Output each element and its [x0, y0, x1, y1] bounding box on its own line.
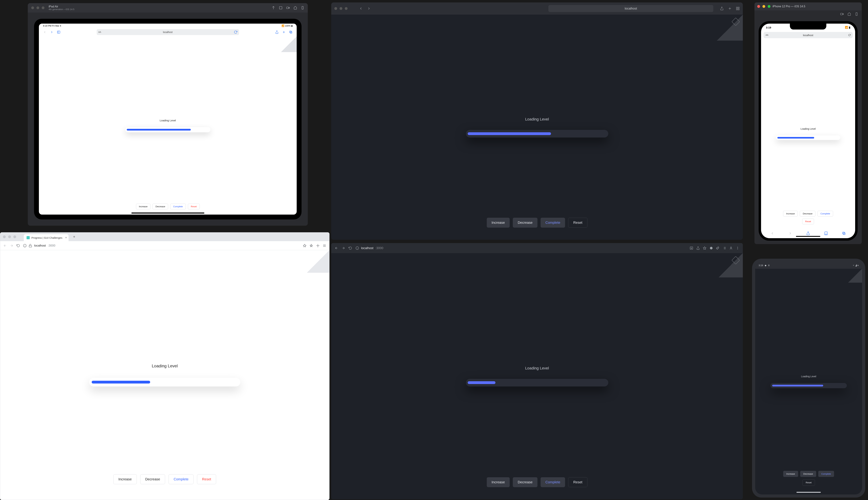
- close-traffic-light[interactable]: [3, 236, 6, 238]
- zoom-traffic-light[interactable]: [13, 236, 16, 238]
- complete-button[interactable]: Complete: [169, 474, 194, 484]
- iphone-notch: [790, 24, 826, 30]
- pin-icon[interactable]: [272, 6, 275, 10]
- ipad-screen: 8:19 PM Fri Mar 4 📶 100% ▮ AA localhost: [39, 24, 297, 215]
- bookmark-icon[interactable]: [703, 246, 706, 250]
- new-tab-button[interactable]: +: [72, 234, 77, 239]
- complete-button[interactable]: Complete: [540, 218, 565, 228]
- increase-button[interactable]: Increase: [136, 204, 150, 209]
- increase-button[interactable]: Increase: [113, 474, 137, 484]
- chrome-address-bar[interactable]: localhost:3000: [23, 242, 300, 249]
- reset-button[interactable]: Reset: [568, 477, 587, 487]
- decrease-button[interactable]: Decrease: [800, 211, 815, 216]
- install-app-icon[interactable]: [690, 246, 693, 250]
- home-indicator[interactable]: [132, 213, 204, 214]
- forward-icon[interactable]: [367, 7, 371, 10]
- reader-icon[interactable]: AA: [99, 31, 101, 33]
- tab-favicon: [26, 236, 30, 239]
- close-traffic-light[interactable]: [334, 7, 337, 10]
- minimize-traffic-light[interactable]: [340, 7, 342, 10]
- profile-icon[interactable]: [729, 246, 733, 250]
- reset-button[interactable]: Reset: [188, 204, 199, 209]
- back-icon[interactable]: [3, 244, 7, 247]
- zoom-traffic-light[interactable]: [42, 7, 44, 9]
- forward-icon[interactable]: [50, 30, 54, 34]
- complete-button[interactable]: Complete: [818, 211, 833, 216]
- record-icon[interactable]: [286, 6, 290, 10]
- bookmarks-icon[interactable]: [824, 231, 828, 235]
- back-icon[interactable]: [770, 231, 774, 235]
- screenshot-icon[interactable]: [840, 12, 844, 16]
- zoom-traffic-light[interactable]: [345, 7, 347, 10]
- home-icon[interactable]: [847, 12, 851, 16]
- complete-button[interactable]: Complete: [170, 204, 186, 209]
- zoom-traffic-light[interactable]: [768, 5, 770, 8]
- reading-list-icon[interactable]: [723, 246, 726, 250]
- share-icon[interactable]: [275, 30, 278, 34]
- decrease-button[interactable]: Decrease: [152, 204, 168, 209]
- increase-button[interactable]: Increase: [487, 218, 510, 228]
- extensions-icon[interactable]: [309, 244, 313, 247]
- decrease-button[interactable]: Decrease: [140, 474, 165, 484]
- decrease-button[interactable]: Decrease: [513, 477, 537, 487]
- extensions-icon[interactable]: [716, 246, 720, 250]
- tabs-icon[interactable]: [289, 30, 293, 34]
- share-icon[interactable]: [696, 246, 700, 250]
- browser-tab[interactable]: Progress | GUI Challenges ×: [24, 234, 69, 241]
- reload-icon[interactable]: [848, 34, 850, 36]
- rotate-icon[interactable]: [301, 6, 304, 10]
- reset-button[interactable]: Reset: [197, 474, 216, 484]
- decrease-button[interactable]: Decrease: [800, 471, 816, 477]
- back-icon[interactable]: [359, 7, 363, 10]
- home-icon[interactable]: [294, 6, 297, 10]
- menu-icon[interactable]: [323, 244, 326, 247]
- forward-icon[interactable]: [788, 231, 792, 235]
- sidebar-icon[interactable]: [57, 30, 60, 34]
- reader-icon[interactable]: AA: [766, 34, 768, 36]
- tabs-overview-icon[interactable]: [736, 7, 740, 10]
- increase-button[interactable]: Increase: [783, 471, 798, 477]
- close-tab-icon[interactable]: ×: [65, 236, 67, 239]
- reset-button[interactable]: Reset: [802, 479, 815, 486]
- screenshot-icon[interactable]: [279, 6, 283, 10]
- reset-button[interactable]: Reset: [568, 218, 587, 228]
- chrome-dark-address-bar[interactable]: localhost:3000: [355, 246, 686, 250]
- devtools-icon[interactable]: [316, 244, 320, 247]
- forward-icon[interactable]: [10, 244, 13, 247]
- new-tab-icon[interactable]: [282, 30, 286, 34]
- back-icon[interactable]: [335, 246, 338, 250]
- tabs-icon[interactable]: [842, 231, 846, 235]
- site-info-icon[interactable]: [23, 244, 26, 247]
- complete-button[interactable]: Complete: [540, 477, 565, 487]
- increase-button[interactable]: Increase: [487, 477, 510, 487]
- rotate-icon[interactable]: [855, 12, 858, 16]
- decrease-button[interactable]: Decrease: [513, 218, 537, 228]
- new-tab-icon[interactable]: [728, 7, 732, 10]
- safari-address-bar[interactable]: localhost: [548, 5, 713, 12]
- iphone-address-bar[interactable]: AA localhost: [764, 32, 853, 38]
- back-icon[interactable]: [43, 30, 47, 34]
- svg-rect-6: [736, 7, 738, 8]
- ipad-address-bar[interactable]: AA localhost: [97, 29, 239, 35]
- forward-icon[interactable]: [342, 246, 345, 250]
- menu-icon[interactable]: [736, 246, 739, 250]
- increase-button[interactable]: Increase: [783, 211, 798, 216]
- reload-icon[interactable]: [234, 30, 237, 34]
- status-indicators: 📶 ▮: [845, 26, 850, 29]
- extension-visbug-icon[interactable]: [709, 246, 713, 250]
- site-info-icon[interactable]: [355, 246, 359, 250]
- complete-button[interactable]: Complete: [818, 471, 834, 477]
- minimize-traffic-light[interactable]: [763, 5, 765, 8]
- minimize-traffic-light[interactable]: [36, 7, 39, 9]
- share-icon[interactable]: [720, 7, 724, 10]
- close-traffic-light[interactable]: [757, 5, 760, 8]
- reload-icon[interactable]: [16, 244, 20, 247]
- share-icon[interactable]: [806, 231, 810, 235]
- reload-icon[interactable]: [349, 246, 352, 250]
- reset-button[interactable]: Reset: [802, 218, 814, 224]
- minimize-traffic-light[interactable]: [8, 236, 11, 238]
- bookmark-icon[interactable]: [303, 244, 306, 247]
- home-indicator[interactable]: [797, 492, 821, 493]
- close-traffic-light[interactable]: [31, 7, 34, 9]
- home-indicator[interactable]: [796, 236, 820, 237]
